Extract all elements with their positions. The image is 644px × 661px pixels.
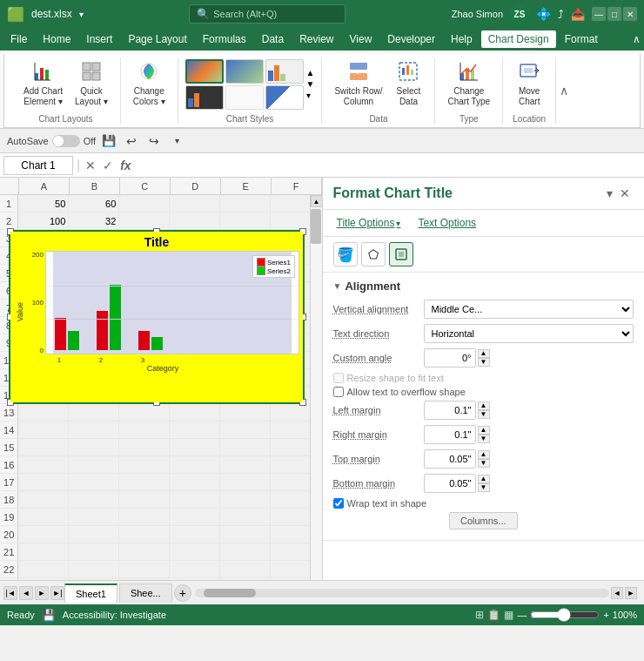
menu-home[interactable]: Home — [36, 30, 77, 48]
menu-file[interactable]: File — [3, 30, 34, 48]
left-margin-down[interactable]: ▼ — [478, 410, 490, 419]
cell-r1-c4[interactable] — [170, 195, 220, 212]
cell-r21-c1[interactable] — [18, 543, 69, 560]
menu-page-layout[interactable]: Page Layout — [121, 30, 193, 48]
cell-r23-c2[interactable] — [69, 578, 119, 580]
cell-r15-c1[interactable] — [18, 439, 69, 455]
cell-r2-c4[interactable] — [170, 212, 220, 229]
sheet-tab-sheet1[interactable]: Sheet1 — [64, 583, 117, 603]
cell-r17-c4[interactable] — [170, 474, 220, 490]
accessibility-status[interactable]: Accessibility: Investigate — [63, 610, 166, 620]
cell-r23-c4[interactable] — [170, 578, 220, 580]
cell-r14-c5[interactable] — [220, 422, 271, 438]
col-header-e[interactable]: E — [221, 178, 272, 194]
undo-button[interactable]: ↩ — [122, 132, 141, 151]
cell-r22-c1[interactable] — [18, 561, 69, 577]
maximize-button[interactable]: □ — [607, 7, 621, 21]
cell-r23-c3[interactable] — [119, 578, 170, 580]
cell-r16-c1[interactable] — [18, 456, 69, 473]
panel-icon-effects[interactable]: ⬠ — [361, 242, 386, 266]
top-margin-input[interactable] — [424, 449, 476, 469]
menu-formulas[interactable]: Formulas — [196, 30, 253, 48]
ribbon-collapse-btn[interactable]: ∧ — [633, 33, 641, 45]
bottom-margin-up[interactable]: ▲ — [478, 475, 490, 483]
right-margin-up[interactable]: ▲ — [478, 426, 490, 435]
chart-style-4[interactable] — [185, 85, 224, 110]
select-data-button[interactable]: SelectData — [389, 57, 427, 111]
search-box[interactable]: 🔍 — [189, 4, 345, 24]
cell-r15-c5[interactable] — [220, 439, 271, 455]
col-header-f[interactable]: F — [272, 178, 322, 194]
zoom-plus[interactable]: + — [603, 610, 608, 620]
bottom-margin-down[interactable]: ▼ — [478, 483, 490, 492]
cell-r13-c1[interactable] — [18, 404, 69, 421]
cell-r17-c1[interactable] — [18, 474, 69, 490]
cell-r2-c2[interactable]: 32 — [69, 212, 119, 229]
chart-style-5[interactable] — [225, 85, 264, 110]
cell-r20-c1[interactable] — [18, 526, 69, 543]
cell-r18-c2[interactable] — [69, 491, 119, 508]
chart-styles-scroll-up[interactable]: ▲ — [306, 68, 315, 78]
panel-tab-title-options[interactable]: Title Options ▾ — [330, 213, 408, 233]
cell-r16-c2[interactable] — [69, 456, 119, 473]
settings-icon[interactable]: 📥 — [571, 8, 585, 21]
sheet-nav-next[interactable]: ► — [35, 586, 49, 600]
menu-review[interactable]: Review — [292, 30, 340, 48]
cell-r18-c4[interactable] — [170, 491, 220, 508]
change-colors-button[interactable]: ChangeColors ▾ — [128, 57, 171, 111]
panel-tab-text-options[interactable]: Text Options — [411, 213, 483, 233]
section-alignment-header[interactable]: ▼ Alignment — [333, 280, 634, 293]
cell-r16-c4[interactable] — [170, 456, 220, 473]
chart-style-2[interactable] — [225, 59, 264, 84]
right-margin-down[interactable]: ▼ — [478, 435, 490, 443]
change-chart-type-button[interactable]: ChangeChart Type — [442, 57, 495, 111]
cell-r13-c2[interactable] — [69, 404, 119, 421]
scroll-up-button[interactable]: ▲ — [311, 195, 322, 207]
h-scroll-right[interactable]: ► — [625, 587, 637, 599]
share-icon[interactable]: ⤴ — [558, 8, 564, 21]
cell-r19-c3[interactable] — [119, 509, 170, 525]
cell-r16-c5[interactable] — [220, 456, 271, 473]
menu-view[interactable]: View — [343, 30, 379, 48]
cell-r13-c5[interactable] — [220, 404, 271, 421]
ribbon-collapse[interactable]: ∧ — [556, 57, 572, 124]
customize-quick-access[interactable]: ▾ — [167, 132, 186, 151]
right-margin-input[interactable] — [424, 425, 476, 444]
cell-r17-c3[interactable] — [119, 474, 170, 490]
panel-close-button[interactable]: ✕ — [616, 185, 634, 202]
cell-r18-c1[interactable] — [18, 491, 69, 508]
cell-r13-c4[interactable] — [170, 404, 220, 421]
chart-style-1[interactable] — [185, 59, 224, 84]
h-scroll-left[interactable]: ◄ — [611, 587, 623, 599]
chart-title[interactable]: Title — [14, 235, 299, 249]
cell-r21-c4[interactable] — [170, 543, 220, 560]
cell-r14-c2[interactable] — [69, 422, 119, 438]
cell-r15-c3[interactable] — [119, 439, 170, 455]
cell-r19-c5[interactable] — [220, 509, 271, 525]
quick-layout-button[interactable]: QuickLayout ▾ — [70, 57, 113, 111]
cell-r1-c1[interactable]: 50 — [18, 195, 69, 212]
left-margin-up[interactable]: ▲ — [478, 401, 490, 410]
cell-r13-c3[interactable] — [119, 404, 170, 421]
search-input[interactable] — [213, 9, 335, 19]
cell-r21-c3[interactable] — [119, 543, 170, 560]
col-header-a[interactable]: A — [19, 178, 70, 194]
horizontal-scrollbar[interactable]: ◄ ► — [191, 587, 641, 599]
custom-angle-input[interactable] — [424, 348, 476, 368]
function-button[interactable]: fx — [118, 159, 132, 172]
page-layout-btn[interactable]: 📋 — [487, 609, 500, 621]
title-options-dropdown[interactable]: ▾ — [396, 219, 400, 228]
custom-angle-down[interactable]: ▼ — [478, 358, 490, 367]
cell-r18-c5[interactable] — [220, 491, 271, 508]
zoom-slider[interactable] — [530, 608, 600, 622]
autosave-switch[interactable] — [52, 135, 80, 147]
minimize-button[interactable]: — — [592, 7, 606, 21]
cell-r1-c3[interactable] — [119, 195, 170, 212]
cell-r14-c1[interactable] — [18, 422, 69, 438]
cancel-formula-button[interactable]: ✕ — [84, 159, 97, 172]
cell-r19-c1[interactable] — [18, 509, 69, 525]
panel-icon-fill[interactable]: 🪣 — [333, 242, 358, 266]
chart-styles-scroll-down[interactable]: ▼ — [306, 79, 315, 89]
chart-style-3[interactable] — [265, 59, 304, 84]
cell-r22-c5[interactable] — [220, 561, 271, 577]
